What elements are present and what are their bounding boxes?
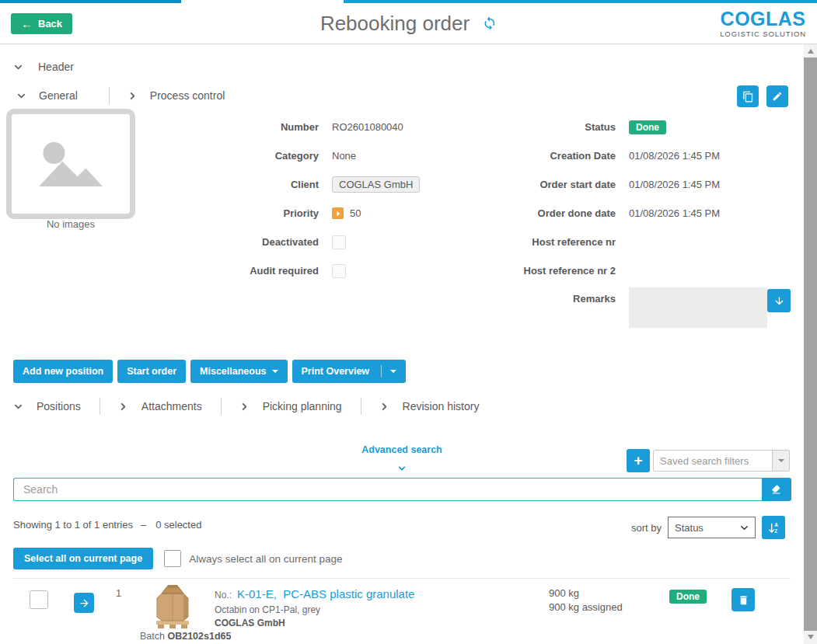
logo-text: COGLAS <box>720 9 806 29</box>
logo-subtext: LOGISTIC SOLUTION <box>720 30 806 38</box>
chevron-right-icon <box>119 402 127 411</box>
field-label: Category <box>148 150 319 162</box>
item-client: COGLAS GmbH <box>215 618 414 628</box>
row-delete-button[interactable] <box>731 588 755 611</box>
clear-search-button[interactable] <box>762 478 791 501</box>
back-button[interactable]: ← Back <box>11 13 72 34</box>
chevron-down-icon <box>740 524 749 532</box>
tab-general[interactable]: General <box>39 89 78 102</box>
title-area: Rebooking order <box>320 12 497 36</box>
scroll-up-arrow[interactable] <box>808 49 814 54</box>
saved-filters-select[interactable]: Saved search filters <box>653 450 790 472</box>
coglas-logo: COGLAS LOGISTIC SOLUTION <box>720 9 806 38</box>
field-label: Status <box>476 121 616 133</box>
field-value: 01/08/2026 1:45 PM <box>629 150 720 162</box>
svg-text:A: A <box>774 522 778 527</box>
order-actions: Add new position Start order Miscellaneo… <box>13 360 406 383</box>
scroll-down-arrow[interactable] <box>808 635 814 639</box>
separator: – <box>141 519 146 531</box>
quantity: 900 kg <box>549 587 623 600</box>
field-label: Host reference nr <box>476 236 616 248</box>
field-label: Remarks <box>476 285 616 305</box>
select-all-button[interactable]: Select all on current page <box>13 548 153 569</box>
batch-label: Batch <box>140 631 165 642</box>
start-order-button[interactable]: Start order <box>117 360 186 383</box>
sort-controls: sort by Status A Z <box>631 516 785 539</box>
button-label: Add new position <box>23 366 103 377</box>
header-action-buttons <box>737 85 788 107</box>
sort-select[interactable]: Status <box>668 517 756 538</box>
field-audit-required: Audit required <box>148 256 482 285</box>
back-label: Back <box>38 18 62 30</box>
row-item-info: No.: K-01-E, PC-ABS plastic granulate Oc… <box>215 587 414 628</box>
tab-revision-history[interactable]: Revision history <box>380 400 480 413</box>
field-host-reference-2: Host reference nr 2 <box>476 256 796 285</box>
field-value: 01/08/2026 1:45 PM <box>629 207 720 219</box>
copy-button[interactable] <box>737 85 759 107</box>
divider <box>361 398 361 415</box>
trash-icon <box>738 594 749 606</box>
field-host-reference: Host reference nr <box>476 228 796 256</box>
form-left-column: Number RO2601080040 Category None Client… <box>148 113 482 285</box>
chevron-down-icon <box>17 92 26 100</box>
back-arrow-icon: ← <box>21 18 33 30</box>
print-overview-split-button[interactable]: Print Overview <box>292 360 407 383</box>
field-label: Order done date <box>476 207 616 219</box>
miscellaneous-dropdown-button[interactable]: Miscellaneous <box>190 360 287 383</box>
remarks-expand-button[interactable] <box>767 289 791 312</box>
add-new-position-button[interactable]: Add new position <box>13 360 113 383</box>
field-order-start-date: Order start date 01/08/2026 1:45 PM <box>476 170 796 199</box>
select-arrow-button[interactable] <box>772 451 789 471</box>
pencil-icon <box>772 91 783 102</box>
field-label: Client <box>148 179 319 190</box>
tab-picking-planning[interactable]: Picking planning <box>240 400 342 413</box>
image-placeholder-icon <box>29 131 113 197</box>
sort-direction-button[interactable]: A Z <box>762 516 785 539</box>
item-link[interactable]: K-01-E, PC-ABS plastic granulate <box>237 587 414 600</box>
divider <box>109 87 110 104</box>
chevron-down-icon <box>14 63 23 71</box>
tab-process-control[interactable]: Process control <box>150 89 225 102</box>
showing-entries-text: Showing 1 to 1 of 1 entries <box>13 519 133 531</box>
arrow-right-icon <box>79 597 90 609</box>
remarks-textarea[interactable] <box>629 287 767 328</box>
selected-count-text: 0 selected <box>155 519 201 531</box>
search-input[interactable] <box>13 478 762 501</box>
section-header-toggle[interactable]: Header <box>14 61 74 73</box>
always-select-all-checkbox[interactable] <box>164 550 181 567</box>
field-creation-date: Creation Date 01/08/2026 1:45 PM <box>476 141 796 170</box>
sort-select-value: Status <box>675 522 704 534</box>
item-description: Octabin on CP1-Pal, grey <box>215 604 414 615</box>
chevron-down-icon <box>14 402 23 411</box>
print-overview-label: Print Overview <box>302 366 370 377</box>
edit-button[interactable] <box>766 85 788 107</box>
deactivated-checkbox[interactable] <box>332 235 346 249</box>
svg-text:Z: Z <box>774 527 777 533</box>
rebooking-order-screen: ← Back Rebooking order COGLAS LOGISTIC S… <box>0 0 817 644</box>
selection-controls: Select all on current page Always select… <box>13 548 343 569</box>
plus-icon: + <box>634 452 642 469</box>
tab-attachments[interactable]: Attachments <box>119 400 202 413</box>
field-value: None <box>332 150 356 162</box>
arrow-down-icon <box>773 295 785 307</box>
add-filter-button[interactable]: + <box>627 449 650 472</box>
row-status-badge: Done <box>669 590 707 604</box>
results-summary: Showing 1 to 1 of 1 entries – 0 selected <box>13 519 201 531</box>
always-select-all-label: Always select all on current page <box>189 553 342 565</box>
batch-value: OB2102s1d65 <box>167 631 231 642</box>
scrollbar-thumb[interactable] <box>804 57 817 631</box>
refresh-icon[interactable] <box>482 16 497 31</box>
field-value: 01/08/2026 1:45 PM <box>629 179 720 190</box>
advanced-search-link[interactable]: Advanced search <box>361 444 442 455</box>
row-open-button[interactable] <box>74 593 94 613</box>
tab-label: Revision history <box>403 400 480 413</box>
field-order-done-date: Order done date 01/08/2026 1:45 PM <box>476 199 796 228</box>
tab-positions[interactable]: Positions <box>14 400 81 413</box>
field-label: Priority <box>148 207 319 219</box>
priority-icon <box>332 207 344 219</box>
audit-required-checkbox[interactable] <box>332 264 346 278</box>
row-checkbox[interactable] <box>30 590 48 609</box>
header-subtabs: General Process control <box>17 87 225 104</box>
row-quantities: 900 kg 900 kg assigned <box>549 587 623 614</box>
tab-label: Picking planning <box>263 400 342 413</box>
